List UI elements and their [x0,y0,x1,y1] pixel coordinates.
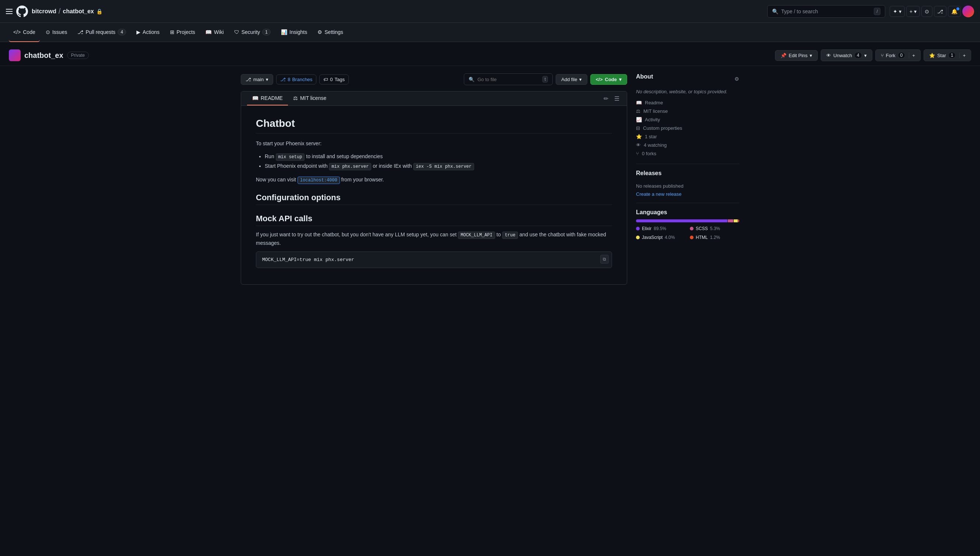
nav-insights[interactable]: 📊 Insights [276,23,312,42]
eye-icon: 👁 [826,53,831,58]
actions-nav-label: Actions [143,29,160,35]
fork-extra-btn[interactable]: + [909,53,915,58]
nav-pull-requests[interactable]: ⎇ Pull requests 4 [73,23,131,42]
notifications-button[interactable]: 🔔 [948,6,961,17]
html-name: HTML [696,235,708,240]
avatar[interactable] [962,5,974,17]
nav-issues[interactable]: ⊙ Issues [41,23,71,42]
tag-icon: 🏷 [323,77,328,82]
nav-wiki[interactable]: 📖 Wiki [201,23,228,42]
go-to-file-input[interactable] [478,77,539,82]
repo-header-left: chatbot_ex Private [9,49,89,61]
step1-code: mix setup [276,154,305,161]
pr-nav-label: Pull requests [86,29,115,35]
toc-button[interactable]: ☰ [613,94,621,103]
tab-readme[interactable]: 📖 README [247,91,288,105]
add-file-button[interactable]: Add file ▾ [555,74,587,85]
readme-steps-list: Run mix setup to install and setup depen… [256,152,612,171]
sidebar-custom-props-link[interactable]: ⊟ Custom properties [636,125,739,131]
sidebar-divider-1 [636,164,739,164]
plus-icon: + [910,8,912,15]
fork-button[interactable]: ⑂ Fork 0 + [875,49,921,61]
branches-link[interactable]: ⎇ 8 Branches [276,74,316,84]
file-shortcut: t [542,76,548,82]
nav-code[interactable]: </> Code [9,23,40,42]
branch-selector[interactable]: ⎇ main ▾ [241,74,273,85]
fork-label: Fork [886,53,896,58]
nav-settings[interactable]: ⚙ Settings [313,23,348,42]
pr-icon: ⎇ [77,29,83,35]
breadcrumb: bitcrowd / chatbot_ex 🔒 [32,7,102,16]
mock-code1: MOCK_LLM_API [458,231,495,239]
unwatch-label: Unwatch [833,53,852,58]
branch-bar-right: 🔍 t Add file ▾ </> Code ▾ [464,73,627,85]
sidebar-book-icon: 📖 [636,100,642,105]
create-release-link[interactable]: Create a new release [636,191,682,197]
readme-step-2: Start Phoenix endpoint with mix phx.serv… [265,162,612,171]
copilot-button[interactable]: ✦ ▾ [890,6,905,17]
copy-code-button[interactable]: ⧉ [600,255,609,263]
star-button[interactable]: ⭐ Star 1 + [923,49,971,61]
step2-code1: mix phx.server [329,163,371,170]
sidebar-divider-2 [636,203,739,203]
issues-button[interactable]: ⊙ [921,6,932,17]
elixir-pct: 89.5% [654,226,666,231]
sidebar-activity-icon: 📈 [636,117,642,123]
repo-name-link[interactable]: chatbot_ex [63,8,94,15]
code-button[interactable]: </> Code ▾ [590,74,627,85]
sidebar-activity-link[interactable]: 📈 Activity [636,117,739,123]
star-extra-btn[interactable]: + [959,53,965,58]
pr-nav-icon: ⎇ [937,8,943,15]
nav-security[interactable]: 🛡 Security 1 [230,23,275,42]
lang-js: JavaScript 4.0% [636,235,685,240]
go-to-file-bar: 🔍 t [464,73,553,85]
sidebar-props-icon: ⊟ [636,125,640,131]
js-pct: 4.0% [665,235,675,240]
nav-projects[interactable]: ⊞ Projects [166,23,200,42]
actions-icon: ▶ [136,29,140,35]
github-logo[interactable] [16,5,28,17]
sidebar-eye-icon: 👁 [636,142,641,148]
scss-dot [690,227,694,230]
about-description: No description, website, or topics provi… [636,88,739,95]
search-shortcut: / [874,8,880,15]
new-chevron: ▾ [914,8,917,15]
tab-mit-license[interactable]: ⚖ MIT license [288,91,331,105]
sidebar-readme-link[interactable]: 📖 Readme [636,100,739,105]
star-label: Star [937,53,946,58]
readme-icons: ✏ ☰ [602,94,621,103]
about-gear-icon[interactable]: ⚙ [735,76,739,82]
top-navigation: bitcrowd / chatbot_ex 🔒 🔍 / ✦ ▾ + ▾ ⊙ ⎇ … [0,0,980,23]
sidebar-scale-icon: ⚖ [636,108,641,114]
language-list: Elixir 89.5% SCSS 5.3% JavaScript 4.0% H… [636,226,739,242]
new-button[interactable]: + ▾ [906,6,920,17]
sidebar-mit-link[interactable]: ⚖ MIT license [636,108,739,114]
edit-pins-label: Edit Pins [789,53,807,58]
user-link[interactable]: bitcrowd [32,8,57,15]
visit-text-after: from your browser. [341,176,384,183]
edit-pins-button[interactable]: 📌 Edit Pins ▾ [775,50,818,61]
edit-readme-button[interactable]: ✏ [602,94,610,103]
branch-bar-left: ⎇ main ▾ ⎇ 8 Branches 🏷 0 Tags [241,74,349,85]
security-nav-label: Security [242,29,260,35]
unwatch-button[interactable]: 👁 Unwatch 4 ▾ [821,49,872,61]
sidebar: About ⚙ No description, website, or topi… [636,73,739,284]
menu-button[interactable] [6,9,13,14]
mock-desc-para: If you just want to try out the chatbot,… [256,230,612,247]
tags-link[interactable]: 🏷 0 Tags [319,74,349,84]
localhost-link[interactable]: localhost:4000 [297,176,340,184]
nav-actions[interactable]: ▶ Actions [132,23,164,42]
readme-content: Chatbot To start your Phoenix server: Ru… [241,106,627,284]
add-file-label: Add file [561,77,577,82]
step2-code2: iex -S mix phx.server [413,163,474,170]
sidebar-watching-link[interactable]: 👁 4 watching [636,142,739,148]
code-green-label: Code [605,77,617,82]
search-input[interactable] [781,8,871,15]
fork-icon: ⑂ [881,53,884,58]
sidebar-stars-link[interactable]: ⭐ 1 star [636,134,739,139]
pullrequests-button[interactable]: ⎇ [934,6,946,17]
html-pct: 1.2% [710,235,720,240]
sidebar-forks-link[interactable]: ⑂ 0 forks [636,151,739,156]
search-file-icon: 🔍 [468,77,475,82]
readme-step-1: Run mix setup to install and setup depen… [265,152,612,162]
